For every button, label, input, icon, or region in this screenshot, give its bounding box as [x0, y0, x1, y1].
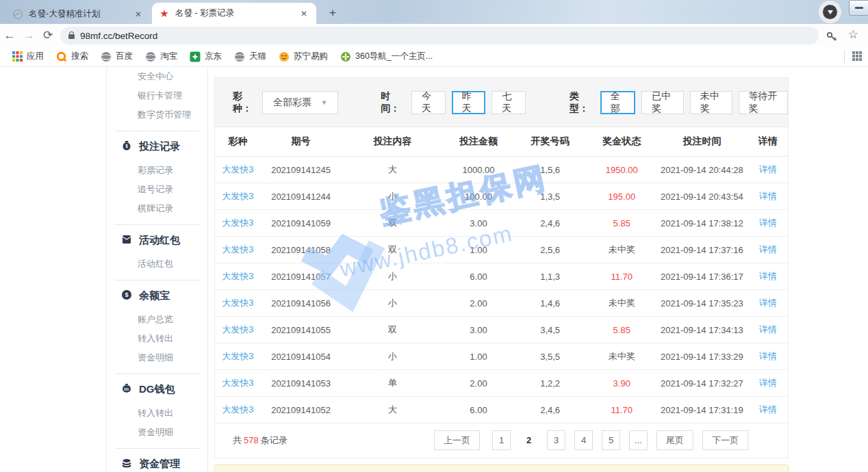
minimize-icon [855, 7, 863, 9]
time-filter-button[interactable]: 七天 [492, 91, 526, 114]
dg-wallet-icon: DG [121, 383, 132, 396]
tab-title: 名發 - 彩票记录 [175, 8, 293, 19]
tab-favicon-star-icon: ★ [159, 8, 170, 19]
bookmark-item[interactable]: 360导航_一个主页... [334, 49, 439, 65]
pagination-page-1[interactable]: 1 [492, 430, 511, 450]
issue-cell: 202109141059 [261, 218, 341, 228]
type-filter-button[interactable]: 全部 [600, 91, 635, 114]
detail-link[interactable]: 详情 [748, 244, 788, 256]
pagination-prev-button[interactable]: 上一页 [434, 430, 480, 450]
address-bar[interactable]: 98mf.cc/betRecord [60, 27, 819, 44]
sidebar-item[interactable]: 资金明细 [107, 423, 207, 442]
sidebar-section-header[interactable]: $投注记录 [107, 137, 207, 155]
lottery-link[interactable]: 大发快3 [215, 404, 261, 416]
pagination-ellipsis-button[interactable]: ... [629, 430, 648, 450]
type-filter-button[interactable]: 未中奖 [690, 91, 732, 114]
sidebar-item[interactable]: 活动红包 [107, 254, 207, 274]
detail-link[interactable]: 详情 [748, 350, 788, 363]
sidebar-item[interactable]: 银行卡管理 [107, 86, 207, 105]
pagination-page-3[interactable]: 3 [547, 430, 565, 450]
lottery-link[interactable]: 大发快3 [215, 244, 261, 256]
issue-cell: 202109141058 [261, 245, 341, 255]
bookmark-item[interactable]: 苏宁易购 [272, 49, 334, 65]
password-key-icon[interactable] [826, 30, 838, 44]
detail-link[interactable]: 详情 [748, 324, 788, 336]
prize-status-cell: 未中奖 [587, 244, 656, 256]
sidebar-section-header[interactable]: $余额宝 [107, 287, 207, 304]
browser-tab-bet-record[interactable]: ★ 名發 - 彩票记录 ✕ [152, 3, 316, 24]
issue-cell: 202109141053 [261, 378, 341, 389]
detail-link[interactable]: 详情 [748, 404, 788, 416]
sidebar-item[interactable]: 账户总览 [107, 310, 207, 329]
pagination-page-4[interactable]: 4 [574, 430, 593, 450]
amount-cell: 6.00 [444, 405, 513, 415]
sidebar-item[interactable]: 转入转出 [107, 404, 207, 423]
amount-cell: 3.00 [444, 325, 513, 335]
prize-status-cell: 5.85 [587, 218, 656, 228]
sidebar-section-title: 资金管理 [139, 458, 180, 471]
lottery-link[interactable]: 大发快3 [215, 297, 261, 309]
bookmark-item[interactable]: 搜索 [50, 49, 94, 65]
lottery-link[interactable]: 大发快3 [215, 270, 261, 283]
amount-cell: 100.00 [444, 192, 513, 202]
table-row: 大发快3202109141056小2.001,4,6未中奖2021-09-14 … [215, 290, 788, 317]
pagination-last-button[interactable]: 尾页 [656, 430, 693, 450]
bookmark-item[interactable]: 京东 [183, 49, 228, 65]
bookmark-item[interactable]: 百度 [94, 49, 139, 65]
prize-status-cell: 未中奖 [587, 297, 656, 309]
tab-title: 名發-大發精准计划 [29, 8, 127, 20]
sidebar-item[interactable]: 安全中心 [107, 67, 207, 86]
bookmark-label: 苏宁易购 [294, 51, 328, 62]
record-count: 578 [242, 435, 261, 445]
tab-close-icon[interactable]: ✕ [133, 9, 144, 20]
detail-link[interactable]: 详情 [748, 297, 788, 309]
lottery-link[interactable]: 大发快3 [215, 163, 261, 176]
time-filter-button[interactable]: 今天 [411, 91, 446, 114]
bookmark-item[interactable]: 应用 [5, 49, 50, 65]
sidebar-item[interactable]: 彩票记录 [107, 161, 207, 180]
pagination-next-button[interactable]: 下一页 [702, 430, 748, 450]
table-header-cell: 详情 [748, 135, 788, 148]
bet-content-cell: 双 [341, 324, 444, 336]
bookmarks-grid-icon[interactable] [852, 51, 863, 64]
reload-icon[interactable]: ⟳ [38, 28, 58, 42]
browser-tab-plan[interactable]: 名發-大發精准计划 ✕ [5, 4, 151, 24]
lottery-link[interactable]: 大发快3 [215, 350, 261, 363]
lottery-link[interactable]: 大发快3 [215, 217, 261, 229]
detail-link[interactable]: 详情 [748, 377, 788, 389]
detail-link[interactable]: 详情 [748, 163, 788, 176]
back-icon[interactable]: ← [0, 29, 19, 42]
sidebar-section-header[interactable]: 资金管理 [107, 455, 207, 472]
tab-close-icon[interactable]: ✕ [298, 8, 309, 19]
sidebar-item[interactable]: 数字货币管理 [107, 105, 207, 124]
bookmark-item[interactable]: 天猫 [228, 49, 272, 65]
sidebar-section-header[interactable]: 活动红包 [107, 231, 207, 249]
detail-link[interactable]: 详情 [748, 190, 788, 202]
forward-icon[interactable]: → [19, 29, 38, 42]
bookmark-label: 应用 [27, 51, 44, 62]
minimize-button[interactable] [849, 0, 868, 16]
detail-link[interactable]: 详情 [748, 270, 788, 283]
type-filter-button[interactable]: 已中奖 [641, 91, 684, 114]
lottery-link[interactable]: 大发快3 [215, 377, 261, 389]
draw-numbers-cell: 2,4,6 [513, 218, 587, 228]
lottery-link[interactable]: 大发快3 [215, 324, 261, 336]
lottery-link[interactable]: 大发快3 [215, 190, 261, 202]
new-tab-button[interactable]: + [324, 5, 341, 22]
lottery-type-dropdown[interactable]: 全部彩票 ▼ [262, 91, 339, 114]
pagination-page-5[interactable]: 5 [602, 430, 620, 450]
media-controls-button[interactable] [819, 1, 841, 23]
time-filter-button[interactable]: 昨天 [452, 91, 486, 114]
sidebar-item[interactable]: 转入转出 [107, 329, 207, 348]
bet-time-cell: 2021-09-14 20:44:28 [656, 165, 748, 175]
type-filter-button[interactable]: 等待开奖 [739, 91, 788, 114]
detail-link[interactable]: 详情 [748, 217, 788, 229]
table-row: 大发快3202109141059双3.002,4,65.852021-09-14… [215, 210, 788, 237]
sidebar-item[interactable]: 棋牌记录 [107, 199, 207, 218]
sidebar-section-header[interactable]: DGDG钱包 [107, 380, 207, 398]
bookmark-star-icon[interactable]: ☆ [848, 27, 858, 42]
bet-content-cell: 大 [341, 404, 444, 416]
sidebar-item[interactable]: 资金明细 [107, 348, 207, 367]
sidebar-item[interactable]: 追号记录 [107, 180, 207, 199]
bookmark-item[interactable]: 淘宝 [139, 49, 183, 65]
